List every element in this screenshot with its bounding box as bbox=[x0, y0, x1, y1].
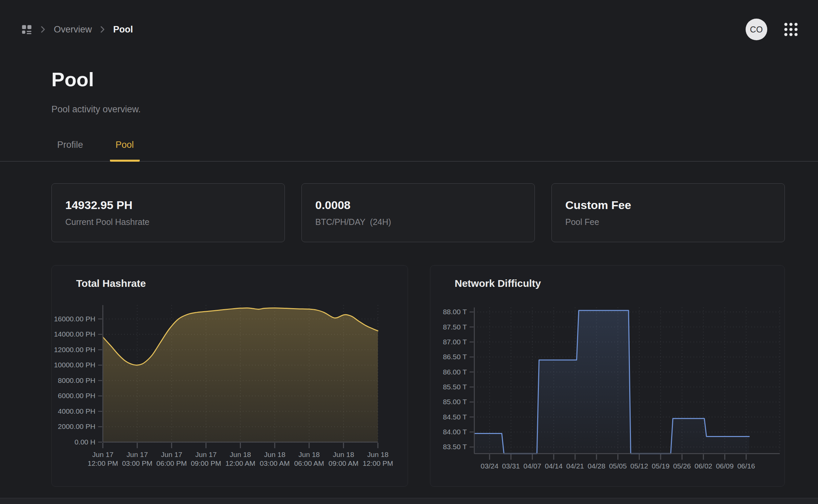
tab-profile[interactable]: Profile bbox=[51, 140, 89, 162]
page-title: Pool bbox=[51, 0, 785, 89]
stat-card-btc-per-ph: 0.0008 BTC/PH/DAY (24H) bbox=[301, 183, 535, 242]
chart-title: Network Difficulty bbox=[455, 278, 541, 289]
svg-text:Jun 18: Jun 18 bbox=[230, 451, 251, 458]
stats-row: 14932.95 PH Current Pool Hashrate 0.0008… bbox=[51, 183, 785, 242]
svg-text:Jun 17: Jun 17 bbox=[195, 451, 217, 458]
breadcrumb-item-overview[interactable]: Overview bbox=[54, 24, 92, 35]
stat-label: BTC/PH/DAY (24H) bbox=[315, 217, 535, 227]
top-bar: Overview Pool CO bbox=[21, 18, 798, 41]
svg-text:06/02: 06/02 bbox=[695, 462, 712, 470]
svg-text:09:00 AM: 09:00 AM bbox=[328, 459, 359, 467]
svg-text:03:00 AM: 03:00 AM bbox=[260, 459, 290, 467]
total-hashrate-chart[interactable]: 0.00 H2000.00 PH4000.00 PH6000.00 PH8000… bbox=[52, 266, 408, 486]
svg-text:4000.00 PH: 4000.00 PH bbox=[58, 407, 95, 415]
svg-text:Jun 18: Jun 18 bbox=[367, 451, 388, 458]
breadcrumb: Overview Pool bbox=[21, 24, 133, 35]
network-difficulty-card: 83.50 T84.00 T84.50 T85.00 T85.50 T86.00… bbox=[430, 265, 785, 487]
svg-text:85.00 T: 85.00 T bbox=[443, 398, 467, 406]
stat-card-pool-fee: Custom Fee Pool Fee bbox=[551, 183, 785, 242]
svg-text:04/28: 04/28 bbox=[588, 462, 606, 470]
svg-text:84.00 T: 84.00 T bbox=[443, 428, 467, 436]
svg-text:05/12: 05/12 bbox=[630, 462, 648, 470]
svg-text:Jun 18: Jun 18 bbox=[264, 451, 286, 458]
svg-text:04/14: 04/14 bbox=[545, 462, 563, 470]
svg-text:05/26: 05/26 bbox=[673, 462, 691, 470]
svg-text:Jun 17: Jun 17 bbox=[92, 451, 113, 458]
footer-strip bbox=[0, 498, 818, 504]
svg-text:06/16: 06/16 bbox=[737, 462, 755, 470]
avatar[interactable]: CO bbox=[746, 19, 767, 40]
svg-text:03:00 PM: 03:00 PM bbox=[122, 459, 153, 467]
svg-text:83.50 T: 83.50 T bbox=[443, 443, 467, 451]
svg-text:06:00 AM: 06:00 AM bbox=[294, 459, 324, 467]
svg-text:12:00 AM: 12:00 AM bbox=[225, 459, 255, 467]
svg-text:12:00 PM: 12:00 PM bbox=[363, 459, 393, 467]
breadcrumb-item-pool: Pool bbox=[113, 24, 133, 35]
svg-text:Jun 18: Jun 18 bbox=[298, 451, 320, 458]
svg-text:12000.00 PH: 12000.00 PH bbox=[54, 346, 95, 353]
svg-text:Jun 18: Jun 18 bbox=[333, 451, 354, 458]
svg-text:12:00 PM: 12:00 PM bbox=[88, 459, 118, 467]
svg-text:85.50 T: 85.50 T bbox=[443, 383, 467, 391]
svg-text:86.00 T: 86.00 T bbox=[443, 368, 467, 376]
svg-text:10000.00 PH: 10000.00 PH bbox=[54, 361, 95, 369]
chevron-right-icon bbox=[100, 25, 105, 33]
svg-text:04/21: 04/21 bbox=[566, 462, 584, 470]
chevron-right-icon bbox=[41, 25, 46, 33]
svg-text:16000.00 PH: 16000.00 PH bbox=[54, 315, 95, 323]
main-content: Pool Pool activity overview. Profile Poo… bbox=[0, 0, 818, 487]
svg-text:6000.00 PH: 6000.00 PH bbox=[58, 392, 95, 399]
svg-text:87.00 T: 87.00 T bbox=[443, 338, 467, 346]
svg-text:14000.00 PH: 14000.00 PH bbox=[54, 330, 95, 338]
total-hashrate-card: 0.00 H2000.00 PH4000.00 PH6000.00 PH8000… bbox=[51, 265, 408, 487]
chart-title: Total Hashrate bbox=[76, 278, 146, 289]
stat-value: Custom Fee bbox=[565, 199, 785, 212]
svg-text:84.50 T: 84.50 T bbox=[443, 413, 467, 421]
svg-text:88.00 T: 88.00 T bbox=[443, 308, 467, 316]
svg-text:05/19: 05/19 bbox=[652, 462, 670, 470]
svg-text:06:00 PM: 06:00 PM bbox=[156, 459, 187, 467]
top-right-cluster: CO bbox=[746, 19, 798, 40]
svg-text:05/05: 05/05 bbox=[609, 462, 627, 470]
tab-pool[interactable]: Pool bbox=[110, 140, 140, 162]
apps-grid-icon[interactable] bbox=[783, 22, 798, 37]
stat-value: 14932.95 PH bbox=[65, 199, 285, 212]
stat-label: Current Pool Hashrate bbox=[65, 217, 285, 227]
stat-card-hashrate: 14932.95 PH Current Pool Hashrate bbox=[51, 183, 285, 242]
svg-text:8000.00 PH: 8000.00 PH bbox=[58, 376, 95, 384]
page-subtitle: Pool activity overview. bbox=[51, 104, 785, 115]
network-difficulty-chart[interactable]: 83.50 T84.00 T84.50 T85.00 T85.50 T86.00… bbox=[430, 266, 785, 486]
svg-text:0.00 H: 0.00 H bbox=[74, 438, 95, 446]
stat-label: Pool Fee bbox=[565, 217, 785, 227]
svg-text:04/07: 04/07 bbox=[523, 462, 541, 470]
svg-text:06/09: 06/09 bbox=[716, 462, 734, 470]
svg-text:03/31: 03/31 bbox=[502, 462, 520, 470]
tabs-bar: Profile Pool bbox=[0, 140, 818, 162]
dashboard-icon[interactable] bbox=[21, 24, 32, 35]
charts-row: 0.00 H2000.00 PH4000.00 PH6000.00 PH8000… bbox=[51, 265, 785, 487]
svg-text:Jun 17: Jun 17 bbox=[127, 451, 148, 458]
svg-text:Jun 17: Jun 17 bbox=[161, 451, 182, 458]
svg-text:87.50 T: 87.50 T bbox=[443, 323, 467, 331]
svg-text:09:00 PM: 09:00 PM bbox=[191, 459, 221, 467]
stat-value: 0.0008 bbox=[315, 199, 535, 212]
svg-text:03/24: 03/24 bbox=[481, 462, 499, 470]
svg-text:2000.00 PH: 2000.00 PH bbox=[58, 422, 95, 430]
svg-text:86.50 T: 86.50 T bbox=[443, 353, 467, 361]
